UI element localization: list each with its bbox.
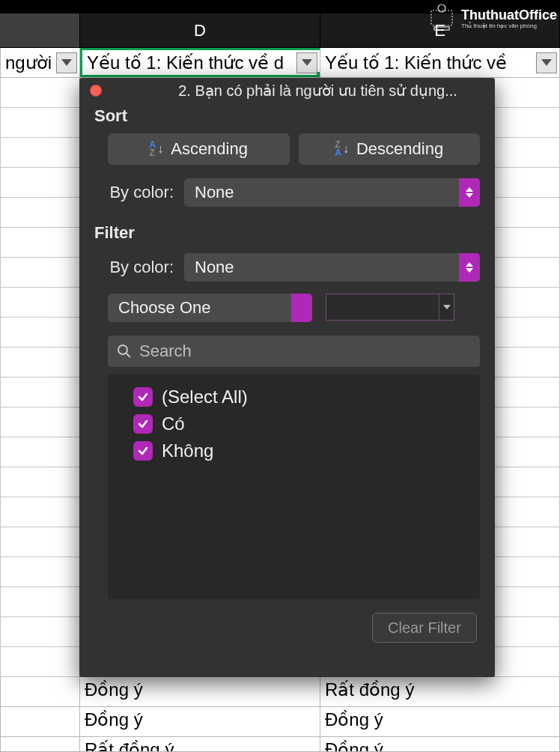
search-placeholder: Search [139, 342, 192, 361]
close-icon[interactable] [90, 85, 102, 97]
filter-value-item[interactable]: Có [133, 413, 468, 434]
sort-ascending-label: Ascending [171, 139, 248, 159]
checkbox-checked-icon[interactable] [133, 441, 153, 461]
stepper-icon [459, 253, 480, 282]
column-header-row: D E ThuthuatOffice Thủ thuật tin học văn… [0, 13, 560, 48]
header-cell-c-text: người [5, 52, 52, 73]
checkbox-checked-icon[interactable] [133, 387, 153, 407]
filter-dropdown-button-d[interactable] [296, 52, 317, 73]
sort-ascending-button[interactable]: AZ ↓ Ascending [108, 133, 290, 165]
cell[interactable] [0, 677, 80, 706]
popup-title: 2. Bạn có phải là người ưu tiên sử dụng.… [151, 82, 484, 100]
cell[interactable]: Đồng ý [80, 677, 320, 706]
cell[interactable]: Đồng ý [80, 707, 320, 736]
stepper-icon [459, 178, 480, 207]
header-cell-d-text: Yếu tố 1: Kiến thức về d [87, 52, 284, 73]
filter-dropdown-button-e[interactable] [536, 52, 557, 73]
cell[interactable]: Rất đồng ý [80, 737, 320, 751]
search-icon [117, 344, 132, 359]
cell[interactable] [0, 707, 80, 736]
popup-titlebar: 2. Bạn có phải là người ưu tiên sử dụng.… [79, 78, 495, 103]
column-header-c[interactable] [0, 13, 80, 47]
sort-az-icon: AZ ↓ [150, 141, 164, 157]
cell[interactable]: Đồng ý [320, 737, 560, 751]
sort-descending-button[interactable]: ZA ↓ Descending [299, 133, 481, 165]
filter-section-label: Filter [79, 220, 495, 250]
header-cell-e[interactable]: Yếu tố 1: Kiến thức về [320, 48, 560, 77]
cell[interactable]: Đồng ý [320, 707, 560, 736]
filter-condition-select[interactable]: Choose One [108, 294, 312, 322]
sort-section-label: Sort [79, 103, 495, 133]
svg-point-3 [118, 345, 127, 354]
table-row[interactable]: Đồng ý Đồng ý [0, 707, 560, 737]
data-rows: Đồng ý Rất đồng ý Đồng ý Đồng ý Rất đồng… [0, 677, 560, 752]
filter-value-select-all[interactable]: (Select All) [133, 386, 468, 407]
top-strip [0, 0, 560, 13]
filter-by-color-select[interactable]: None [184, 253, 480, 282]
filter-search-input[interactable]: Search [108, 336, 480, 367]
sort-descending-label: Descending [356, 139, 443, 159]
filter-by-color-value: None [195, 258, 234, 277]
cell[interactable] [0, 737, 80, 751]
clear-filter-label: Clear Filter [388, 619, 461, 637]
chevron-down-icon [439, 294, 454, 320]
filter-value-label: Không [162, 440, 213, 461]
filter-dropdown-button-c[interactable] [56, 52, 77, 73]
checkbox-checked-icon[interactable] [133, 414, 153, 434]
clear-filter-button[interactable]: Clear Filter [372, 613, 477, 643]
filter-by-color-label: By color: [102, 258, 174, 277]
table-row[interactable]: Đồng ý Rất đồng ý [0, 677, 560, 707]
filter-value-item[interactable]: Không [133, 440, 468, 461]
cell[interactable]: Rất đồng ý [320, 677, 560, 706]
sort-za-icon: ZA ↓ [335, 141, 349, 157]
filter-value-label: (Select All) [162, 386, 248, 407]
filter-values-panel: (Select All) Có Không [108, 375, 480, 599]
header-cells-row: người Yếu tố 1: Kiến thức về d Yếu tố 1:… [0, 48, 560, 78]
column-header-d[interactable]: D [80, 13, 320, 47]
stepper-icon [291, 294, 312, 322]
sort-by-color-label: By color: [102, 183, 174, 202]
sort-by-color-select[interactable]: None [184, 178, 480, 207]
svg-line-4 [127, 354, 130, 357]
column-header-e[interactable]: E [320, 13, 560, 47]
filter-condition-value: Choose One [118, 298, 211, 318]
header-cell-e-text: Yếu tố 1: Kiến thức về [325, 52, 507, 73]
header-cell-c[interactable]: người [0, 48, 80, 77]
filter-value-combobox[interactable] [326, 294, 454, 321]
table-row[interactable]: Rất đồng ý Đồng ý [0, 737, 560, 752]
header-cell-d[interactable]: Yếu tố 1: Kiến thức về d [80, 48, 320, 77]
filter-value-label: Có [162, 413, 185, 434]
autofilter-popup: 2. Bạn có phải là người ưu tiên sử dụng.… [79, 78, 495, 677]
sort-by-color-value: None [195, 183, 234, 202]
